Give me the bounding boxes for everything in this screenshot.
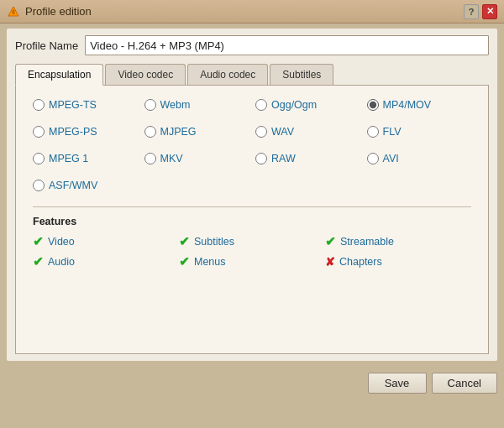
vlc-icon bbox=[7, 5, 20, 18]
radio-label-mjpeg[interactable]: MJPEG bbox=[160, 126, 197, 138]
check-icon: ✔ bbox=[179, 234, 190, 249]
radio-item-mpeg-ps[interactable]: MPEG-PS bbox=[33, 126, 138, 138]
save-button[interactable]: Save bbox=[368, 373, 427, 394]
title-bar: Profile edition ? ✕ bbox=[0, 0, 504, 23]
tab-panel-encapsulation: MPEG-TSWebmOgg/OgmMP4/MOVMPEG-PSMJPEGWAV… bbox=[15, 86, 489, 354]
radio-label-webm[interactable]: Webm bbox=[160, 99, 191, 111]
radio-item-avi[interactable]: AVI bbox=[367, 153, 472, 164]
radio-item-raw[interactable]: RAW bbox=[255, 153, 360, 164]
feature-label: Video bbox=[48, 236, 75, 248]
feature-label: Menus bbox=[194, 256, 226, 268]
feature-item-chapters: ✘Chapters bbox=[325, 254, 471, 269]
features-title: Features bbox=[33, 216, 471, 227]
tab-audiocodec[interactable]: Audio codec bbox=[187, 64, 268, 85]
check-icon: ✔ bbox=[33, 254, 44, 269]
radio-mkv[interactable] bbox=[144, 153, 156, 164]
radio-label-avi[interactable]: AVI bbox=[383, 153, 399, 164]
title-bar-right: ? ✕ bbox=[464, 4, 497, 19]
radio-item-flv[interactable]: FLV bbox=[367, 126, 472, 138]
close-button[interactable]: ✕ bbox=[482, 4, 497, 19]
features-grid: ✔Video✔Subtitles✔Streamable✔Audio✔Menus✘… bbox=[33, 234, 471, 269]
radio-label-wav[interactable]: WAV bbox=[271, 126, 294, 138]
tabs-container: Encapsulation Video codec Audio codec Su… bbox=[15, 64, 489, 86]
radio-flv[interactable] bbox=[367, 126, 379, 138]
check-icon: ✔ bbox=[33, 234, 44, 249]
radio-item-ogg-ogm[interactable]: Ogg/Ogm bbox=[255, 99, 360, 111]
radio-label-asf-wmv[interactable]: ASF/WMV bbox=[49, 180, 97, 191]
feature-item-menus: ✔Menus bbox=[179, 254, 325, 269]
bottom-bar: Save Cancel bbox=[0, 366, 504, 399]
radio-item-empty1 bbox=[144, 180, 249, 191]
radio-label-ogg-ogm[interactable]: Ogg/Ogm bbox=[271, 99, 317, 111]
radio-label-flv[interactable]: FLV bbox=[383, 126, 402, 138]
feature-label: Audio bbox=[48, 256, 75, 268]
radio-wav[interactable] bbox=[255, 126, 267, 138]
radio-asf-wmv[interactable] bbox=[33, 180, 45, 191]
svg-point-2 bbox=[13, 9, 14, 11]
help-button[interactable]: ? bbox=[464, 4, 479, 19]
radio-mpeg-ps[interactable] bbox=[33, 126, 45, 138]
radio-label-mpeg-ts[interactable]: MPEG-TS bbox=[49, 99, 97, 111]
radio-webm[interactable] bbox=[144, 99, 156, 111]
radio-label-raw[interactable]: RAW bbox=[271, 153, 296, 164]
feature-item-video: ✔Video bbox=[33, 234, 179, 249]
profile-name-row: Profile Name bbox=[15, 35, 489, 55]
radio-item-mkv[interactable]: MKV bbox=[144, 153, 249, 164]
profile-name-label: Profile Name bbox=[15, 39, 78, 52]
tab-encapsulation[interactable]: Encapsulation bbox=[15, 64, 103, 86]
check-icon: ✔ bbox=[179, 254, 190, 269]
main-content: Profile Name Encapsulation Video codec A… bbox=[7, 29, 497, 361]
radio-label-mkv[interactable]: MKV bbox=[160, 153, 183, 164]
check-icon: ✔ bbox=[325, 234, 336, 249]
encapsulation-radio-grid: MPEG-TSWebmOgg/OgmMP4/MOVMPEG-PSMJPEGWAV… bbox=[33, 99, 471, 191]
radio-label-mp4-mov[interactable]: MP4/MOV bbox=[383, 99, 432, 111]
cross-icon: ✘ bbox=[325, 255, 335, 269]
radio-item-empty3 bbox=[367, 180, 472, 191]
radio-ogg-ogm[interactable] bbox=[255, 99, 267, 111]
radio-item-mpeg-ts[interactable]: MPEG-TS bbox=[33, 99, 138, 111]
radio-item-mjpeg[interactable]: MJPEG bbox=[144, 126, 249, 138]
feature-label: Chapters bbox=[339, 256, 382, 268]
radio-label-mpeg-ps[interactable]: MPEG-PS bbox=[49, 126, 97, 138]
cancel-button[interactable]: Cancel bbox=[432, 373, 497, 394]
radio-raw[interactable] bbox=[255, 153, 267, 164]
radio-item-wav[interactable]: WAV bbox=[255, 126, 360, 138]
profile-name-input[interactable] bbox=[85, 35, 489, 55]
tab-subtitles[interactable]: Subtitles bbox=[270, 64, 333, 85]
feature-item-subtitles: ✔Subtitles bbox=[179, 234, 325, 249]
radio-label-mpeg-1[interactable]: MPEG 1 bbox=[49, 153, 88, 164]
radio-item-empty2 bbox=[255, 180, 360, 191]
tab-videocodec[interactable]: Video codec bbox=[105, 64, 186, 85]
feature-item-audio: ✔Audio bbox=[33, 254, 179, 269]
radio-item-asf-wmv[interactable]: ASF/WMV bbox=[33, 180, 138, 191]
features-section: Features ✔Video✔Subtitles✔Streamable✔Aud… bbox=[33, 206, 471, 269]
feature-item-streamable: ✔Streamable bbox=[325, 234, 471, 249]
feature-label: Streamable bbox=[340, 236, 394, 248]
title-bar-left: Profile edition bbox=[7, 5, 92, 18]
title-text: Profile edition bbox=[25, 5, 92, 18]
radio-item-mpeg-1[interactable]: MPEG 1 bbox=[33, 153, 138, 164]
radio-item-webm[interactable]: Webm bbox=[144, 99, 249, 111]
feature-label: Subtitles bbox=[194, 236, 234, 248]
radio-avi[interactable] bbox=[367, 153, 379, 164]
radio-mpeg-ts[interactable] bbox=[33, 99, 45, 111]
radio-item-mp4-mov[interactable]: MP4/MOV bbox=[367, 99, 472, 111]
radio-mp4-mov[interactable] bbox=[367, 99, 379, 111]
radio-mjpeg[interactable] bbox=[144, 126, 156, 138]
radio-mpeg-1[interactable] bbox=[33, 153, 45, 164]
